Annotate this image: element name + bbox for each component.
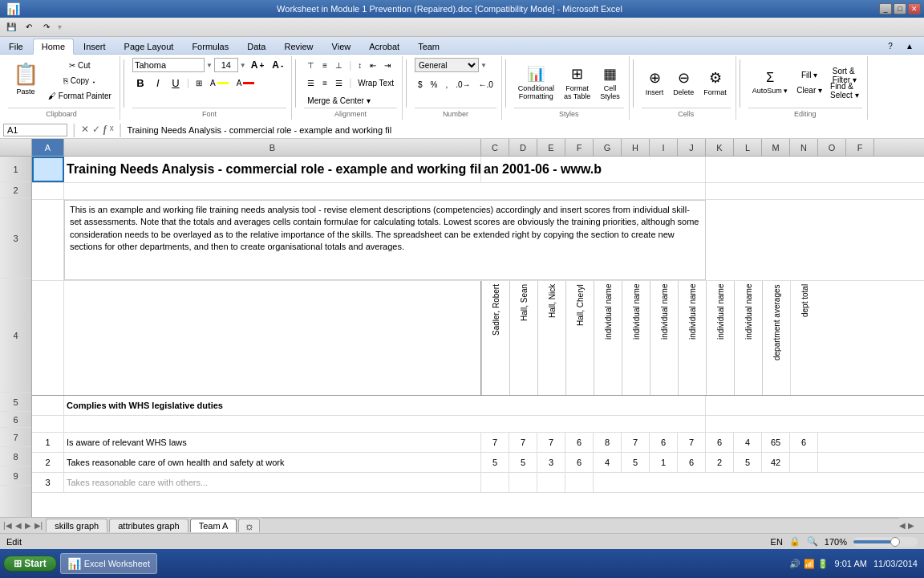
confirm-formula-button[interactable]: ✓ [92, 124, 100, 136]
sheet-tab-first[interactable]: |◀ [3, 521, 12, 530]
cell-L7[interactable]: 4 [734, 433, 762, 452]
tab-attributes-graph[interactable]: attributes graph [109, 519, 188, 532]
insert-button[interactable]: ⊕ Insert [642, 62, 668, 104]
cancel-formula-button[interactable]: ✕ [81, 124, 89, 136]
autosum-button[interactable]: Σ AutoSum ▾ [748, 62, 792, 104]
cell-N4-dept-total[interactable]: dept total [790, 281, 818, 395]
cell-styles-button[interactable]: ▦ CellStyles [596, 62, 624, 104]
cell-B3-description[interactable]: This is an example and working file trai… [64, 200, 706, 280]
fill-button[interactable]: Fill ▾ [793, 68, 825, 83]
clear-button[interactable]: Clear ▾ [793, 83, 825, 98]
title-bar-buttons[interactable]: _ □ ✕ [879, 3, 921, 14]
cell-F4-hall-cheryl[interactable]: Hall, Cheryl [565, 281, 594, 395]
cell-A5[interactable] [32, 396, 64, 415]
cell-B6[interactable] [64, 416, 706, 432]
cell-K8[interactable]: 2 [706, 453, 734, 472]
tab-team[interactable]: Team [409, 39, 448, 54]
cell-H4-individual2[interactable]: individual name [622, 281, 650, 395]
cell-J8[interactable]: 6 [678, 453, 706, 472]
cell-C7[interactable]: 7 [481, 433, 509, 452]
cell-C1-extra[interactable]: an 2001-06 - www.b [481, 157, 706, 182]
sort-filter-button[interactable]: Sort &Filter ▾ [827, 68, 862, 83]
ribbon-minimize-button[interactable]: ▲ [902, 38, 918, 54]
cell-N8[interactable] [790, 453, 818, 472]
save-button[interactable]: 💾 [3, 19, 19, 35]
number-format-dropdown[interactable]: ▼ [480, 62, 487, 69]
cell-A4[interactable] [32, 281, 64, 395]
row-header-9[interactable]: 9 [0, 466, 31, 486]
decrease-decimal-button[interactable]: ←.0 [476, 77, 496, 92]
indent-decrease-button[interactable]: ⇤ [367, 58, 379, 72]
col-header-H[interactable]: H [622, 139, 650, 156]
tab-review[interactable]: Review [275, 39, 322, 54]
tab-new[interactable]: ☼ [238, 519, 260, 532]
align-bottom-button[interactable]: ⊥ [332, 58, 346, 72]
row-header-7[interactable]: 7 [0, 428, 31, 447]
cell-I8[interactable]: 1 [650, 453, 678, 472]
bold-button[interactable]: B [132, 75, 148, 90]
cell-N7[interactable]: 6 [790, 433, 818, 452]
cell-H8[interactable]: 5 [622, 453, 650, 472]
sheet-tab-prev[interactable]: ◀ [15, 521, 22, 530]
copy-button[interactable]: ⎘ Copy ▾ [45, 73, 115, 88]
cell-E4-hall-nick[interactable]: Hall, Nick [537, 281, 565, 395]
conditional-formatting-button[interactable]: 📊 ConditionalFormatting [514, 62, 558, 104]
cut-button[interactable]: ✂ Cut [45, 58, 115, 72]
col-header-J[interactable]: J [678, 139, 706, 156]
font-name-input[interactable] [132, 58, 205, 72]
cell-C9[interactable] [481, 473, 509, 492]
cell-B8-text[interactable]: Takes reasonable care of own health and … [64, 453, 481, 472]
sheet-tab-last[interactable]: ▶| [34, 521, 43, 530]
cell-J7[interactable]: 7 [678, 433, 706, 452]
cell-A1[interactable] [32, 157, 64, 182]
tab-insert[interactable]: Insert [75, 39, 115, 54]
maximize-button[interactable]: □ [894, 3, 906, 14]
tab-team-a[interactable]: Team A [190, 519, 237, 532]
cell-A6[interactable] [32, 416, 64, 432]
tab-file[interactable]: File [0, 39, 32, 54]
col-header-B[interactable]: B [64, 139, 481, 156]
italic-button[interactable]: I [150, 75, 166, 90]
cell-M7[interactable]: 65 [762, 433, 790, 452]
row-header-2[interactable]: 2 [0, 182, 31, 198]
cell-M8[interactable]: 42 [762, 453, 790, 472]
currency-button[interactable]: $ [415, 77, 426, 92]
start-button[interactable]: ⊞ Start [3, 556, 57, 572]
cell-M4-dept-averages[interactable]: department averages [762, 281, 790, 395]
comma-button[interactable]: , [442, 77, 451, 92]
row-header-6[interactable]: 6 [0, 412, 31, 428]
tab-acrobat[interactable]: Acrobat [360, 39, 408, 54]
format-painter-button[interactable]: 🖌 Format Painter [45, 88, 115, 103]
cell-A3[interactable] [32, 200, 64, 280]
col-header-G[interactable]: G [594, 139, 622, 156]
cell-F8[interactable]: 6 [565, 453, 594, 472]
font-name-dropdown[interactable]: ▼ [206, 62, 213, 69]
underline-button[interactable]: U [168, 75, 184, 90]
cell-I4-individual3[interactable]: individual name [650, 281, 678, 395]
percent-button[interactable]: % [427, 77, 440, 92]
cell-D7[interactable]: 7 [509, 433, 537, 452]
increase-font-button[interactable]: A+ [248, 58, 268, 72]
format-as-table-button[interactable]: ⊞ Formatas Table [560, 62, 594, 104]
tab-formulas[interactable]: Formulas [183, 39, 237, 54]
cell-B4[interactable] [64, 281, 481, 395]
close-button[interactable]: ✕ [908, 3, 921, 14]
cell-C4-sadler[interactable]: Sadler, Robert [481, 281, 509, 395]
cell-J4-individual4[interactable]: individual name [678, 281, 706, 395]
cell-A9-rownum[interactable]: 3 [32, 473, 64, 492]
number-format-select[interactable]: General Number Currency Percentage [415, 58, 479, 72]
cell-K7[interactable]: 6 [706, 433, 734, 452]
grid-scroll-area[interactable]: Training Needs Analysis - commercial rol… [32, 157, 924, 517]
align-left-button[interactable]: ☰ [304, 75, 318, 90]
cell-D4-hall-sean[interactable]: Hall, Sean [509, 281, 537, 395]
col-header-E[interactable]: E [537, 139, 565, 156]
col-header-M[interactable]: M [762, 139, 790, 156]
col-header-F[interactable]: F [565, 139, 594, 156]
align-top-button[interactable]: ⊤ [304, 58, 318, 72]
col-header-N[interactable]: N [790, 139, 818, 156]
delete-button[interactable]: ⊖ Delete [669, 62, 698, 104]
cell-A8-rownum[interactable]: 2 [32, 453, 64, 472]
merge-center-button[interactable]: Merge & Center ▾ [304, 93, 373, 108]
corner-cell[interactable] [0, 139, 32, 156]
cell-G4-individual1[interactable]: individual name [594, 281, 622, 395]
